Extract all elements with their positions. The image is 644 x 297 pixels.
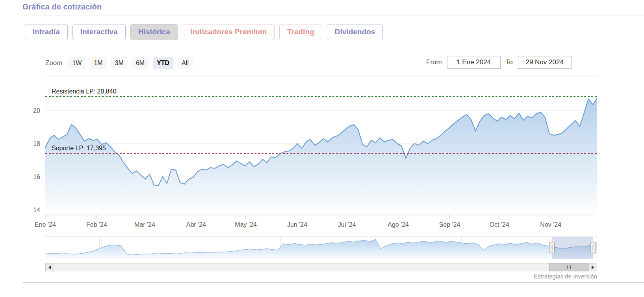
range-button-ytd[interactable]: YTD — [153, 57, 173, 69]
svg-text:Mar '24: Mar '24 — [134, 221, 155, 228]
right-arrow-icon — [592, 265, 594, 269]
svg-text:May '24: May '24 — [235, 221, 257, 228]
resistance-label: Resistencia LP: 20,840 — [52, 88, 117, 95]
tab-indicadores-premium[interactable]: Indicadores Premium — [183, 24, 275, 40]
to-date-input[interactable] — [518, 56, 572, 69]
svg-text:Sep '24: Sep '24 — [439, 221, 460, 228]
svg-text:Ago '24: Ago '24 — [388, 221, 409, 228]
scrollbar-left-arrow[interactable] — [45, 263, 54, 271]
date-range-controls: From To — [426, 56, 572, 69]
svg-text:16: 16 — [33, 174, 40, 180]
top-divider — [22, 15, 644, 15]
range-button-all[interactable]: All — [178, 57, 193, 69]
svg-text:Jun '24: Jun '24 — [287, 221, 307, 228]
svg-text:18: 18 — [33, 140, 40, 147]
bottom-divider — [22, 282, 644, 283]
navigator-selection-mask[interactable] — [552, 237, 593, 259]
tab-interactiva[interactable]: Interactiva — [72, 24, 126, 40]
chart-attribution: Estrategias de Inversión — [433, 273, 597, 280]
to-label: To — [506, 58, 513, 66]
scrollbar-grip-icon — [569, 265, 569, 269]
svg-text:14: 14 — [33, 207, 40, 213]
range-button-3m[interactable]: 3M — [111, 57, 128, 69]
svg-text:Abr '24: Abr '24 — [186, 221, 206, 228]
main-price-chart: 20181614Ene '24Feb '24Mar '24Abr '24May … — [22, 75, 599, 231]
svg-text:Nov '24: Nov '24 — [540, 221, 561, 228]
quote-chart-panel: Gráfica de cotización Intradía Interacti… — [0, 0, 644, 297]
tab-dividendos[interactable]: Dividendos — [327, 24, 383, 40]
left-arrow-icon — [48, 265, 51, 269]
navigator-handle-left[interactable] — [549, 242, 555, 253]
navigator-chart: 201420162018202020222024 — [22, 235, 599, 261]
zoom-range-toolbar: Zoom 1W 1M 3M 6M YTD All — [45, 57, 193, 69]
svg-text:Feb '24: Feb '24 — [86, 221, 107, 228]
tab-historica[interactable]: Histórica — [130, 24, 178, 40]
svg-text:20: 20 — [33, 107, 40, 114]
zoom-label: Zoom — [45, 59, 62, 67]
range-button-6m[interactable]: 6M — [132, 57, 148, 69]
page-title: Gráfica de cotización — [22, 2, 102, 11]
scrollbar-thumb[interactable] — [549, 263, 589, 271]
tab-trading[interactable]: Trading — [279, 24, 322, 40]
svg-text:Jul '24: Jul '24 — [338, 221, 356, 228]
svg-text:Ene '24: Ene '24 — [35, 221, 56, 228]
tab-intradia[interactable]: Intradía — [25, 24, 68, 40]
chart-mode-tabs: Intradía Interactiva Histórica Indicador… — [25, 24, 383, 40]
from-date-input[interactable] — [447, 56, 501, 69]
from-label: From — [426, 58, 442, 66]
scrollbar-track[interactable] — [54, 263, 589, 271]
range-button-1w[interactable]: 1W — [68, 57, 85, 69]
support-label: Soporte LP: 17,395 — [52, 145, 106, 151]
navigator-handle-right[interactable] — [590, 242, 596, 253]
scrollbar-right-arrow[interactable] — [588, 263, 597, 271]
range-button-1m[interactable]: 1M — [90, 57, 106, 69]
svg-text:Oct '24: Oct '24 — [490, 221, 509, 228]
